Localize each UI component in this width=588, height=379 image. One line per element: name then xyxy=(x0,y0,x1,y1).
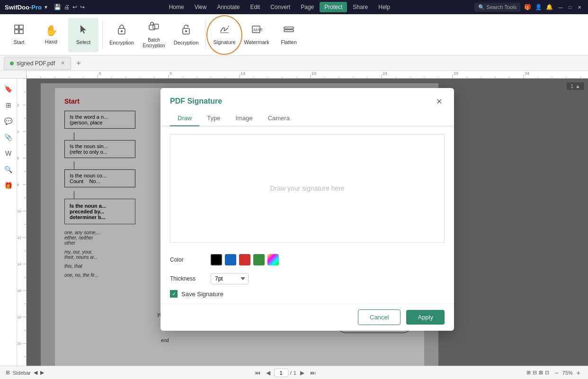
search-tools-label: Search Tools xyxy=(487,4,517,10)
thickness-select[interactable]: 5pt 6pt 7pt 8pt 9pt 10pt xyxy=(211,273,249,284)
menu-share[interactable]: Share xyxy=(348,2,373,12)
save-signature-checkbox[interactable]: ✓ xyxy=(170,290,178,298)
tab-image[interactable]: Image xyxy=(228,111,260,126)
tab-filename: signed PDF.pdf xyxy=(17,60,55,67)
menu-page[interactable]: Page xyxy=(296,2,319,12)
sidebar-search-icon[interactable]: 🔍 xyxy=(2,163,15,176)
menu-view[interactable]: View xyxy=(190,2,212,12)
svg-rect-14 xyxy=(284,27,294,29)
tool-batch-encryption[interactable]: Batch Encryption xyxy=(139,18,169,52)
bell-icon[interactable]: 🔔 xyxy=(546,4,553,10)
svg-text:MARK: MARK xyxy=(253,27,262,32)
tab-draw[interactable]: Draw xyxy=(170,111,199,126)
first-page-button[interactable]: ⏮ xyxy=(253,369,262,377)
tool-start[interactable]: Start xyxy=(4,18,34,52)
app-name: SwifDoo xyxy=(5,4,29,11)
main-area: 🔖 ⊞ 💬 📎 W 🔍 🎁 Start Is the word a n...(p… xyxy=(0,79,588,366)
undo-icon[interactable]: ↩ xyxy=(72,4,77,10)
apply-button[interactable]: Apply xyxy=(406,310,445,325)
sidebar-text-icon[interactable]: W xyxy=(2,147,15,160)
sidebar-gift-icon[interactable]: 🎁 xyxy=(2,179,15,192)
menu-home[interactable]: Home xyxy=(164,2,189,12)
save-signature-row: ✓ Save Signature xyxy=(160,288,454,303)
ruler-corner xyxy=(0,71,27,79)
search-tools-bar[interactable]: 🔍 Search Tools xyxy=(474,3,520,12)
color-label: Color xyxy=(170,256,203,263)
color-gradient-swatch[interactable] xyxy=(267,254,279,265)
modal-tabs: Draw Type Image Camera xyxy=(160,111,454,126)
sidebar-prev-icon[interactable]: ◀ xyxy=(34,370,37,376)
color-green-swatch[interactable] xyxy=(253,254,265,265)
sidebar-thumbnails-icon[interactable]: ⊞ xyxy=(2,98,15,112)
color-blue-swatch[interactable] xyxy=(225,254,236,265)
minimize-button[interactable]: — xyxy=(557,3,564,11)
add-tab-button[interactable]: ＋ xyxy=(73,58,84,69)
window-controls: — □ ✕ xyxy=(557,3,583,11)
redo-icon[interactable]: ↪ xyxy=(80,4,85,10)
svg-rect-15 xyxy=(284,30,294,32)
print-icon[interactable]: 🖨 xyxy=(64,4,70,10)
view-single-icon[interactable]: ⊞ xyxy=(526,370,531,376)
next-page-button[interactable]: ▶ xyxy=(298,369,306,377)
modal-close-button[interactable]: ✕ xyxy=(433,96,445,107)
tab-status-dot xyxy=(10,62,14,65)
color-black-swatch[interactable] xyxy=(211,254,222,265)
status-bar: ⊞ Sidebar ◀ ▶ ⏮ ◀ / 1 ▶ ⏭ ⊞ ⊟ ⊠ ⊡ − 75% … xyxy=(0,366,588,379)
sidebar-attachments-icon[interactable]: 📎 xyxy=(2,131,15,144)
page-number-input[interactable] xyxy=(274,369,288,377)
menu-help[interactable]: Help xyxy=(374,2,395,12)
menu-annotate[interactable]: Annotate xyxy=(212,2,244,12)
left-sidebar: 🔖 ⊞ 💬 📎 W 🔍 🎁 xyxy=(0,79,17,366)
thickness-label: Thickness xyxy=(170,275,203,282)
total-pages: 1 xyxy=(294,370,296,376)
zoom-out-button[interactable]: − xyxy=(553,369,561,377)
tool-hand[interactable]: ✋ Hand xyxy=(36,18,66,52)
content-area: Start Is the word a n...(person, place I… xyxy=(27,79,588,366)
view-double-icon[interactable]: ⊟ xyxy=(533,370,537,376)
tool-encryption[interactable]: Encryption xyxy=(107,18,137,52)
menu-convert[interactable]: Convert xyxy=(266,2,295,12)
app-logo: SwifDoo-Pro xyxy=(5,4,42,11)
signature-draw-area[interactable]: Draw your signature here xyxy=(170,134,445,243)
view-scroll-icon[interactable]: ⊠ xyxy=(539,370,543,376)
maximize-button[interactable]: □ xyxy=(566,3,574,11)
watermark-icon: MARK xyxy=(251,24,262,37)
tab-close-icon[interactable]: ✕ xyxy=(61,60,65,66)
view-fit-icon[interactable]: ⊡ xyxy=(545,370,549,376)
menu-protect[interactable]: Protect xyxy=(320,2,347,12)
modal-title: PDF Signature xyxy=(170,97,222,106)
zoom-in-button[interactable]: + xyxy=(575,369,582,377)
tab-type[interactable]: Type xyxy=(199,111,228,126)
sidebar-toggle-icon[interactable]: ⊞ xyxy=(6,370,10,376)
tool-watermark[interactable]: MARK Watermark xyxy=(241,18,272,52)
last-page-button[interactable]: ⏭ xyxy=(308,369,318,377)
save-icon[interactable]: 💾 xyxy=(54,4,61,10)
color-red-swatch[interactable] xyxy=(239,254,250,265)
cancel-button[interactable]: Cancel xyxy=(358,309,401,325)
status-right: ⊞ ⊟ ⊠ ⊡ − 75% + xyxy=(526,369,582,377)
svg-rect-0 xyxy=(15,25,18,29)
zoom-controls: − 75% + xyxy=(553,369,582,377)
tool-signature[interactable]: Signature xyxy=(209,18,240,52)
sidebar-bookmarks-icon[interactable]: 🔖 xyxy=(2,82,15,96)
tool-flatten[interactable]: Flatten xyxy=(274,18,304,52)
view-mode-buttons: ⊞ ⊟ ⊠ ⊡ xyxy=(526,370,549,376)
sidebar-comments-icon[interactable]: 💬 xyxy=(2,115,15,128)
prev-page-button[interactable]: ◀ xyxy=(264,369,272,377)
sidebar-next-icon[interactable]: ▶ xyxy=(40,370,44,376)
tab-camera[interactable]: Camera xyxy=(260,111,297,126)
app-suffix: -Pro xyxy=(29,4,42,11)
file-tab[interactable]: signed PDF.pdf ✕ xyxy=(4,57,71,70)
title-bar: SwifDoo-Pro ▾ 💾 🖨 ↩ ↪ Home View Annotate… xyxy=(0,0,588,14)
dropdown-arrow-icon[interactable]: ▾ xyxy=(45,4,47,10)
start-icon xyxy=(14,24,24,37)
menu-edit[interactable]: Edit xyxy=(245,2,265,12)
search-icon: 🔍 xyxy=(478,4,485,10)
user-icon[interactable]: 👤 xyxy=(535,4,542,10)
close-button[interactable]: ✕ xyxy=(576,3,583,11)
gift-icon[interactable]: 🎁 xyxy=(524,4,531,10)
vertical-ruler xyxy=(17,79,27,366)
ruler-row xyxy=(0,71,588,79)
tool-decryption[interactable]: Decryption xyxy=(171,18,201,52)
tool-select[interactable]: Select xyxy=(68,18,98,52)
